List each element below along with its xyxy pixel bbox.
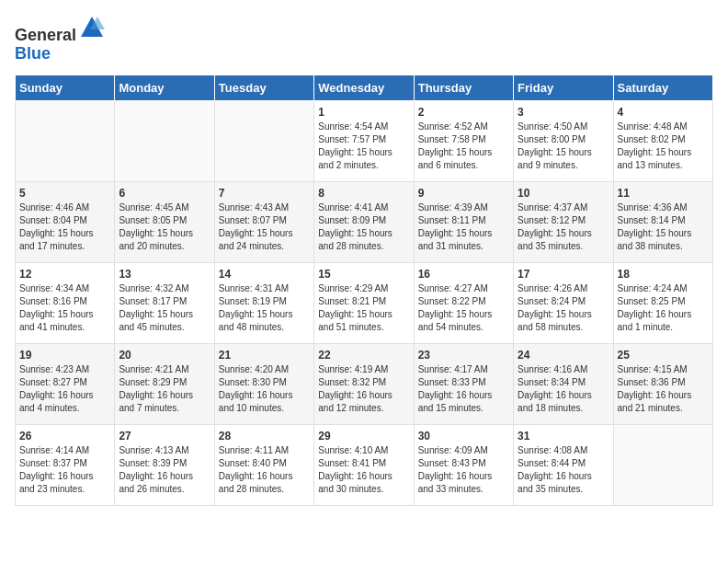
calendar-cell: 14Sunrise: 4:31 AM Sunset: 8:19 PM Dayli… xyxy=(214,262,313,343)
calendar-cell xyxy=(115,100,214,181)
day-info: Sunrise: 4:23 AM Sunset: 8:27 PM Dayligh… xyxy=(19,363,110,415)
day-number: 30 xyxy=(418,430,509,442)
day-info: Sunrise: 4:15 AM Sunset: 8:36 PM Dayligh… xyxy=(618,363,709,415)
day-number: 25 xyxy=(618,349,709,362)
day-info: Sunrise: 4:36 AM Sunset: 8:14 PM Dayligh… xyxy=(618,201,709,253)
day-number: 18 xyxy=(618,268,709,281)
day-number: 6 xyxy=(119,187,210,200)
day-info: Sunrise: 4:37 AM Sunset: 8:12 PM Dayligh… xyxy=(518,201,609,253)
day-info: Sunrise: 4:17 AM Sunset: 8:33 PM Dayligh… xyxy=(418,363,509,415)
day-info: Sunrise: 4:21 AM Sunset: 8:29 PM Dayligh… xyxy=(119,363,210,415)
day-number: 29 xyxy=(318,430,409,442)
weekday-header-monday: Monday xyxy=(115,75,214,100)
day-number: 17 xyxy=(518,268,609,281)
day-info: Sunrise: 4:41 AM Sunset: 8:09 PM Dayligh… xyxy=(318,201,409,253)
day-info: Sunrise: 4:20 AM Sunset: 8:30 PM Dayligh… xyxy=(219,363,310,415)
calendar-cell xyxy=(16,100,115,181)
calendar-cell: 10Sunrise: 4:37 AM Sunset: 8:12 PM Dayli… xyxy=(514,181,613,262)
calendar-cell: 1Sunrise: 4:54 AM Sunset: 7:57 PM Daylig… xyxy=(314,100,414,181)
day-info: Sunrise: 4:14 AM Sunset: 8:37 PM Dayligh… xyxy=(19,444,110,496)
day-number: 9 xyxy=(418,187,509,200)
weekday-header-sunday: Sunday xyxy=(16,75,115,100)
day-number: 5 xyxy=(19,187,110,200)
calendar-cell: 5Sunrise: 4:46 AM Sunset: 8:04 PM Daylig… xyxy=(16,181,115,262)
calendar-cell: 2Sunrise: 4:52 AM Sunset: 7:58 PM Daylig… xyxy=(414,100,513,181)
day-info: Sunrise: 4:43 AM Sunset: 8:07 PM Dayligh… xyxy=(219,201,310,253)
calendar-cell: 17Sunrise: 4:26 AM Sunset: 8:24 PM Dayli… xyxy=(514,262,613,343)
day-info: Sunrise: 4:32 AM Sunset: 8:17 PM Dayligh… xyxy=(119,282,210,334)
calendar-cell xyxy=(613,424,712,505)
calendar-cell: 16Sunrise: 4:27 AM Sunset: 8:22 PM Dayli… xyxy=(414,262,513,343)
calendar-cell: 8Sunrise: 4:41 AM Sunset: 8:09 PM Daylig… xyxy=(314,181,414,262)
day-info: Sunrise: 4:27 AM Sunset: 8:22 PM Dayligh… xyxy=(418,282,509,334)
day-number: 7 xyxy=(219,187,310,200)
logo-blue: Blue xyxy=(15,44,51,63)
weekday-header-row: SundayMondayTuesdayWednesdayThursdayFrid… xyxy=(16,75,713,100)
calendar-table: SundayMondayTuesdayWednesdayThursdayFrid… xyxy=(15,75,713,506)
day-number: 15 xyxy=(318,268,409,281)
calendar-cell: 15Sunrise: 4:29 AM Sunset: 8:21 PM Dayli… xyxy=(314,262,414,343)
day-info: Sunrise: 4:11 AM Sunset: 8:40 PM Dayligh… xyxy=(219,444,310,496)
day-number: 12 xyxy=(19,268,110,281)
day-info: Sunrise: 4:34 AM Sunset: 8:16 PM Dayligh… xyxy=(19,282,110,334)
calendar-week-row: 12Sunrise: 4:34 AM Sunset: 8:16 PM Dayli… xyxy=(16,262,713,343)
day-info: Sunrise: 4:45 AM Sunset: 8:05 PM Dayligh… xyxy=(119,201,210,253)
weekday-header-thursday: Thursday xyxy=(414,75,513,100)
day-number: 28 xyxy=(219,430,310,442)
day-info: Sunrise: 4:24 AM Sunset: 8:25 PM Dayligh… xyxy=(618,282,709,334)
day-number: 22 xyxy=(318,349,409,362)
calendar-cell: 3Sunrise: 4:50 AM Sunset: 8:00 PM Daylig… xyxy=(514,100,613,181)
logo: General Blue xyxy=(15,15,105,63)
day-number: 24 xyxy=(518,349,609,362)
day-info: Sunrise: 4:54 AM Sunset: 7:57 PM Dayligh… xyxy=(318,121,409,172)
calendar-cell: 11Sunrise: 4:36 AM Sunset: 8:14 PM Dayli… xyxy=(613,181,712,262)
calendar-cell: 7Sunrise: 4:43 AM Sunset: 8:07 PM Daylig… xyxy=(214,181,313,262)
weekday-header-wednesday: Wednesday xyxy=(314,75,414,100)
calendar-cell: 18Sunrise: 4:24 AM Sunset: 8:25 PM Dayli… xyxy=(613,262,712,343)
day-info: Sunrise: 4:29 AM Sunset: 8:21 PM Dayligh… xyxy=(318,282,409,334)
calendar-cell: 24Sunrise: 4:16 AM Sunset: 8:34 PM Dayli… xyxy=(514,343,613,424)
calendar-cell: 9Sunrise: 4:39 AM Sunset: 8:11 PM Daylig… xyxy=(414,181,513,262)
calendar-cell: 31Sunrise: 4:08 AM Sunset: 8:44 PM Dayli… xyxy=(514,424,613,505)
calendar-cell: 29Sunrise: 4:10 AM Sunset: 8:41 PM Dayli… xyxy=(314,424,414,505)
calendar-cell: 28Sunrise: 4:11 AM Sunset: 8:40 PM Dayli… xyxy=(214,424,313,505)
day-number: 13 xyxy=(119,268,210,281)
logo-general: General xyxy=(15,26,76,44)
weekday-header-tuesday: Tuesday xyxy=(214,75,313,100)
calendar-cell: 4Sunrise: 4:48 AM Sunset: 8:02 PM Daylig… xyxy=(613,100,712,181)
weekday-header-friday: Friday xyxy=(514,75,613,100)
calendar-week-row: 1Sunrise: 4:54 AM Sunset: 7:57 PM Daylig… xyxy=(16,100,713,181)
calendar-week-row: 5Sunrise: 4:46 AM Sunset: 8:04 PM Daylig… xyxy=(16,181,713,262)
day-number: 14 xyxy=(219,268,310,281)
day-number: 4 xyxy=(618,106,709,119)
calendar-cell: 27Sunrise: 4:13 AM Sunset: 8:39 PM Dayli… xyxy=(115,424,214,505)
day-info: Sunrise: 4:09 AM Sunset: 8:43 PM Dayligh… xyxy=(418,444,509,496)
calendar-cell: 21Sunrise: 4:20 AM Sunset: 8:30 PM Dayli… xyxy=(214,343,313,424)
calendar-cell: 19Sunrise: 4:23 AM Sunset: 8:27 PM Dayli… xyxy=(16,343,115,424)
calendar-cell: 20Sunrise: 4:21 AM Sunset: 8:29 PM Dayli… xyxy=(115,343,214,424)
day-info: Sunrise: 4:16 AM Sunset: 8:34 PM Dayligh… xyxy=(518,363,609,415)
day-number: 16 xyxy=(418,268,509,281)
logo-icon xyxy=(79,15,105,40)
calendar-cell: 13Sunrise: 4:32 AM Sunset: 8:17 PM Dayli… xyxy=(115,262,214,343)
day-number: 11 xyxy=(618,187,709,200)
day-number: 8 xyxy=(318,187,409,200)
day-info: Sunrise: 4:39 AM Sunset: 8:11 PM Dayligh… xyxy=(418,201,509,253)
day-number: 20 xyxy=(119,349,210,362)
day-info: Sunrise: 4:46 AM Sunset: 8:04 PM Dayligh… xyxy=(19,201,110,253)
day-info: Sunrise: 4:10 AM Sunset: 8:41 PM Dayligh… xyxy=(318,444,409,496)
calendar-week-row: 19Sunrise: 4:23 AM Sunset: 8:27 PM Dayli… xyxy=(16,343,713,424)
day-info: Sunrise: 4:31 AM Sunset: 8:19 PM Dayligh… xyxy=(219,282,310,334)
calendar-cell xyxy=(214,100,313,181)
day-info: Sunrise: 4:52 AM Sunset: 7:58 PM Dayligh… xyxy=(418,121,509,172)
day-info: Sunrise: 4:48 AM Sunset: 8:02 PM Dayligh… xyxy=(618,121,709,172)
calendar-cell: 23Sunrise: 4:17 AM Sunset: 8:33 PM Dayli… xyxy=(414,343,513,424)
day-number: 1 xyxy=(318,106,409,119)
day-info: Sunrise: 4:08 AM Sunset: 8:44 PM Dayligh… xyxy=(518,444,609,496)
calendar-cell: 22Sunrise: 4:19 AM Sunset: 8:32 PM Dayli… xyxy=(314,343,414,424)
day-info: Sunrise: 4:50 AM Sunset: 8:00 PM Dayligh… xyxy=(518,121,609,172)
weekday-header-saturday: Saturday xyxy=(613,75,712,100)
day-number: 10 xyxy=(518,187,609,200)
day-number: 31 xyxy=(518,430,609,442)
day-number: 2 xyxy=(418,106,509,119)
